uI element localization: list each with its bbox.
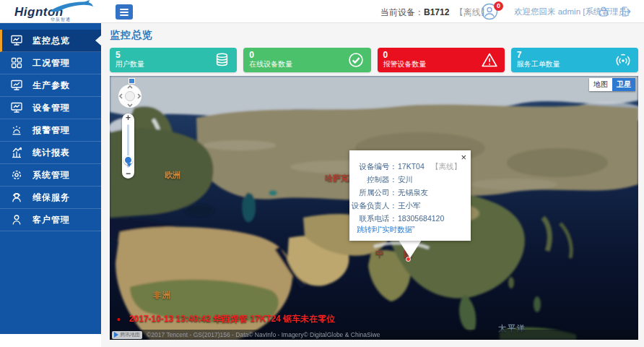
sidebar-item-statistics-report[interactable]: 统计报表 [0,142,101,164]
sidebar-item-monitor-overview[interactable]: 监控总览 [0,30,101,52]
tencent-maps-logo: 腾讯地图 [112,331,142,339]
hamburger-icon [120,7,129,17]
row-label: 设备负责人： [349,199,397,212]
alarm-bullet-icon: • [117,314,121,325]
screen-icon [10,101,23,114]
main-content: 监控总览 5 用户数量 0 在线设备数量 0 [101,23,644,347]
tencent-logo-text: 腾讯地图 [120,331,140,338]
page-title: 监控总览 [110,29,153,42]
collapse-menu-button[interactable] [116,4,133,20]
row-label: 联系电话： [349,212,397,225]
map-pan-control[interactable] [117,83,143,109]
bar-chart-icon [10,146,23,159]
popup-row-phone: 联系电话： 18305684120 [349,212,471,225]
popup-row-company: 所属公司： 无锡泉友 [349,186,471,199]
map-zoom-slider[interactable]: + − [122,113,134,179]
service-icon [10,191,23,204]
sidebar-item-label: 维保服务 [32,192,70,204]
sidebar-item-customer-management[interactable]: 客户管理 [0,209,101,231]
alarm-ticker[interactable]: • 2017-10-13 13:40:42 华西焊管 17KT24 锯车未在零位 [117,313,335,325]
row-value: 无锡泉友 [398,186,428,199]
tencent-logo-icon [114,332,118,338]
row-value: 王小军 [398,199,421,212]
gear-icon [10,168,23,181]
sidebar-item-production-params[interactable]: 生产参数 [0,74,101,97]
brand-logo: Hignton 华辰智通 [13,1,98,22]
popup-row-owner: 设备负责人： 王小军 [349,199,471,212]
stat-card-alarm-devices[interactable]: 0 报警设备数量 [378,48,505,72]
current-device-value: B1712 [424,7,449,17]
person-icon [10,213,23,226]
zoom-knob[interactable] [123,155,133,165]
map-label-europe: 欧洲 [165,170,180,181]
screen-chart-icon [10,79,23,92]
brand-swoosh-icon [48,0,94,14]
sidebar-item-system-management[interactable]: 系统管理 [0,164,101,187]
device-info-popup: × 设备编号： 17KT04 【离线】 控制器： 安川 所属公司： 无锡泉友 [349,150,471,241]
row-label: 设备编号： [349,160,397,173]
stat-card-online-devices[interactable]: 0 在线设备数量 [243,48,370,72]
username: admin [系统管理员] [558,7,629,16]
sidebar-item-maintenance-service[interactable]: 维保服务 [0,187,101,209]
sidebar-item-label: 系统管理 [32,169,70,181]
map-type-map-button[interactable]: 地图 [589,78,612,91]
row-label: 控制器： [349,173,397,186]
row-value: 18305684120 [398,212,444,225]
realtime-data-link[interactable]: 跳转到“实时数据” [357,225,415,235]
attribution-text: ©2017 Tencent - GS(2017)156 - Data© NavI… [147,331,380,338]
sidebar-item-label: 报警管理 [32,124,70,137]
stat-card-users[interactable]: 5 用户数量 [110,48,237,72]
app-window: Hignton 华辰智通 当前设备：B1712 【离线】 0 欢迎您回来 adm… [0,0,644,347]
sidebar-item-label: 生产参数 [32,80,70,92]
map-type-toggle: 地图 卫星 [589,78,635,91]
monitor-icon [10,34,23,47]
notification-badge[interactable]: 0 [494,1,503,11]
sidebar-item-label: 统计报表 [32,147,70,159]
zoom-in-button[interactable]: + [122,113,134,123]
sidebar-item-label: 监控总览 [32,35,70,47]
map-label-africa: 非洲 [153,290,172,301]
stat-cards-row: 5 用户数量 0 在线设备数量 0 报警设备数量 [110,48,638,72]
sidebar-item-label: 工况管理 [32,57,70,69]
lock-screen-icon[interactable] [597,5,610,18]
sidebar-item-alarm-management[interactable]: 报警管理 [0,119,101,142]
row-value: 安川 [398,173,413,186]
alarm-ticker-text: 2017-10-13 13:40:42 华西焊管 17KT24 锯车未在零位 [129,313,335,325]
top-header: Hignton 华辰智通 当前设备：B1712 【离线】 0 欢迎您回来 adm… [0,0,644,23]
map-container[interactable]: 欧洲 哈萨克斯坦 中 国 非洲 太平洋 + − 地图 [110,76,638,340]
alarm-icon [10,124,23,137]
popup-row-controller: 控制器： 安川 [349,173,471,186]
broadcast-icon [614,51,632,69]
sidebar-item-label: 客户管理 [32,214,70,226]
brand-subtext: 华辰智通 [51,17,71,23]
check-circle-icon [347,51,365,69]
map-attribution-bar: 腾讯地图 ©2017 Tencent - GS(2017)156 - Data©… [110,330,638,340]
stat-card-work-orders[interactable]: 7 服务工单数量 [511,48,638,72]
zoom-out-button[interactable]: − [122,169,134,179]
sidebar-item-device-management[interactable]: 设备管理 [0,97,101,119]
row-value: 17KT04 [398,160,425,173]
logout-icon[interactable] [619,5,632,18]
current-device-info: 当前设备：B1712 【离线】 [380,7,489,19]
sidebar-item-working-condition[interactable]: 工况管理 [0,52,101,74]
grid-icon [10,56,23,69]
database-icon [214,52,230,69]
row-status: 【离线】 [431,160,461,173]
popup-rows: 设备编号： 17KT04 【离线】 控制器： 安川 所属公司： 无锡泉友 设备负… [349,150,471,225]
popup-tail [397,240,423,259]
sidebar-item-label: 设备管理 [32,102,70,114]
popup-row-device-id: 设备编号： 17KT04 【离线】 [349,160,471,173]
map-tool-icon[interactable] [129,78,135,84]
welcome-message: 欢迎您回来 admin [系统管理员] [514,7,629,17]
current-device-label: 当前设备： [380,7,424,17]
map-type-satellite-button[interactable]: 卫星 [612,78,635,91]
row-label: 所属公司： [349,186,397,199]
sidebar-nav: 监控总览 工况管理 生产参数 设备管理 报警管理 [0,23,101,334]
warning-triangle-icon [481,51,498,69]
welcome-text: 欢迎您回来 [514,7,556,16]
